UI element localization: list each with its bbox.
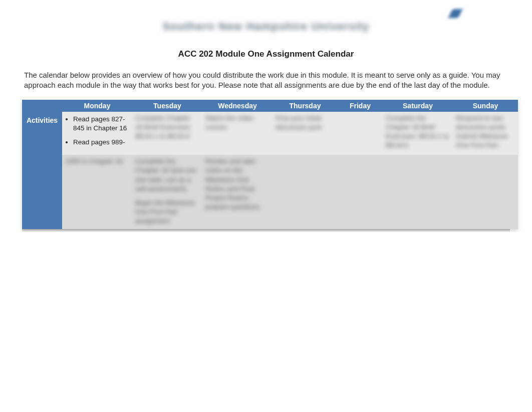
- page-title: ACC 202 Module One Assignment Calendar: [24, 49, 508, 59]
- document-page: Southern New Hampshire University ACC 20…: [0, 0, 532, 232]
- calendar-table-wrap: Monday Tuesday Wednesday Thursday Friday…: [22, 100, 510, 232]
- header-tuesday: Tuesday: [132, 100, 202, 112]
- list-item: Read pages 827-845 in Chapter 16: [73, 115, 129, 133]
- row-label-activities: Activities: [22, 112, 62, 229]
- blurred-text: Complete Chapter 16 Brief Exercises: BE1…: [135, 114, 199, 141]
- cell-saturday-2: [383, 155, 453, 229]
- intro-paragraph: The calendar below provides an overview …: [24, 70, 508, 91]
- calendar-table: Monday Tuesday Wednesday Thursday Friday…: [22, 100, 518, 229]
- cell-thursday-2: [273, 155, 338, 229]
- logo-accent-icon: [448, 9, 462, 18]
- header-wednesday: Wednesday: [202, 100, 273, 112]
- cell-monday-2: 1005 in Chapter 18: [62, 155, 132, 229]
- activities-row-upper: Activities Read pages 827-845 in Chapter…: [22, 112, 518, 155]
- cell-tuesday: Complete Chapter 16 Brief Exercises: BE1…: [132, 112, 202, 155]
- cell-wednesday-2: Review and take notes on the Milestone O…: [202, 155, 273, 229]
- header-row: Monday Tuesday Wednesday Thursday Friday…: [22, 100, 518, 112]
- blurred-text: Submit Milestone One First Part: [456, 132, 515, 150]
- blurred-text: Complete the Chapter 18 Brief Exercises:…: [386, 114, 450, 150]
- header-saturday: Saturday: [383, 100, 453, 112]
- cell-friday: [338, 112, 383, 155]
- cell-monday: Read pages 827-845 in Chapter 16 Read pa…: [62, 112, 132, 155]
- blurred-text: 1005 in Chapter 18: [65, 157, 129, 166]
- institution-logo: Southern New Hampshire University: [24, 20, 508, 45]
- logo-text: Southern New Hampshire University: [162, 20, 369, 33]
- cell-sunday-2: [453, 155, 518, 229]
- cell-saturday: Complete the Chapter 18 Brief Exercises:…: [383, 112, 453, 155]
- header-friday: Friday: [338, 100, 383, 112]
- header-thursday: Thursday: [273, 100, 338, 112]
- monday-list: Read pages 827-845 in Chapter 16 Read pa…: [65, 115, 129, 147]
- blurred-text: Watch the video Lesson: [205, 114, 270, 132]
- cell-thursday: Post your initial discussion post: [273, 112, 338, 155]
- blurred-text: Respond to two discussion posts: [456, 114, 515, 132]
- cell-tuesday-2: Complete the Chapter 16 Quiz (no due dat…: [132, 155, 202, 229]
- blurred-text: Complete the Chapter 16 Quiz (no due dat…: [135, 157, 199, 193]
- list-item: Read pages 989-: [73, 138, 129, 147]
- activities-row-lower: 1005 in Chapter 18 Complete the Chapter …: [22, 155, 518, 229]
- header-corner: [22, 100, 62, 112]
- cell-sunday: Respond to two discussion posts Submit M…: [453, 112, 518, 155]
- cell-wednesday: Watch the video Lesson: [202, 112, 273, 155]
- blurred-text: Review and take notes on the Milestone O…: [205, 157, 270, 212]
- table-shadow: [22, 229, 510, 232]
- header-monday: Monday: [62, 100, 132, 112]
- cell-friday-2: [338, 155, 383, 229]
- blurred-text: Begin the Milestone One First Part assig…: [135, 198, 199, 226]
- blurred-text: Post your initial discussion post: [276, 114, 335, 132]
- header-sunday: Sunday: [453, 100, 518, 112]
